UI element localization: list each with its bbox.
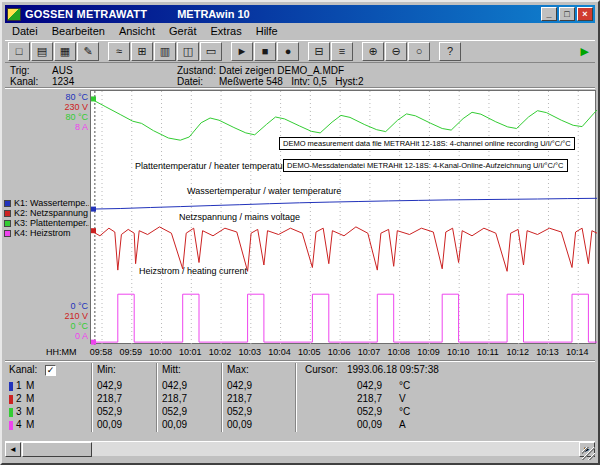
monitor-view-button-icon[interactable]: ▭ <box>200 42 222 61</box>
trig-value: AUS <box>52 65 73 76</box>
x-tick-10-09: 10:09 <box>413 347 443 357</box>
channel-unit: °C <box>399 380 410 391</box>
kanal-label: Kanal: <box>10 76 52 87</box>
channel-table: Kanal: ✓ Min: Mitt: Max: Cursor: 1993.06… <box>5 363 595 432</box>
annotation-box-english: DEMO measurement data file METRAHit 12-1… <box>279 137 575 150</box>
legend-swatch-k3-icon <box>4 220 11 227</box>
menu-item-extras[interactable]: Extras <box>204 24 249 38</box>
toolbar: □▤▦✎≈⊞▥◫▭►■●⊟≡⊕⊖○?▶ <box>5 40 595 63</box>
start-measurement-button-icon[interactable]: ► <box>231 42 253 61</box>
channel-unit: A <box>399 419 406 430</box>
x-tick-10-07: 10:07 <box>354 347 384 357</box>
x-tick-10-08: 10:08 <box>384 347 414 357</box>
plot-area[interactable]: Plattentemperatur / heater temperature W… <box>90 90 596 344</box>
table-row-channel-2[interactable]: 2M218,7218,7218,7218,7V <box>5 393 595 406</box>
resize-grip[interactable] <box>582 447 595 460</box>
toolbar-group: ? <box>439 42 462 61</box>
channel-mode: M <box>26 393 34 404</box>
record-button-icon[interactable]: ● <box>277 42 299 61</box>
zoom-out-button-icon[interactable]: ⊖ <box>385 42 407 61</box>
legend-item-k2: K2: Netzspannung <box>4 208 89 218</box>
zoom-in-button-icon[interactable]: ⊕ <box>362 42 384 61</box>
header-max: Max: <box>227 364 249 375</box>
channel-min-value: 052,9 <box>97 406 122 417</box>
y-axis-min-labels: 0 °C210 V0 °C0 A <box>46 301 88 341</box>
channel-cursor-value: 042,9 <box>357 380 382 391</box>
settings-button-icon[interactable]: ≡ <box>331 42 353 61</box>
legend-label-k1: K1: Wassertempe... <box>14 198 89 208</box>
toolbar-group: ⊕⊖○ <box>362 42 431 61</box>
edit-data-button-icon[interactable]: ✎ <box>77 42 99 61</box>
channel-cursor-value: 052,9 <box>357 406 382 417</box>
menu-item-ansicht[interactable]: Ansicht <box>112 24 162 38</box>
toolbar-group: ⊟≡ <box>308 42 354 61</box>
new-file-button-icon[interactable]: □ <box>8 42 30 61</box>
menu-item-hilfe[interactable]: Hilfe <box>249 24 285 38</box>
legend-item-k4: K4: Heizstrom <box>4 228 89 238</box>
x-axis: HH:MM 09:5809:5910:0010:0110:0210:0310:0… <box>2 347 600 359</box>
channel-min-value: 00,09 <box>97 419 122 430</box>
legend-label-k2: K2: Netzspannung <box>14 208 88 218</box>
title-vendor: GOSSEN METRAWATT <box>25 8 147 20</box>
x-tick-10-05: 10:05 <box>294 347 324 357</box>
table-row-channel-1[interactable]: 1M042,9042,9042,9042,9°C <box>5 380 595 393</box>
legend-label-k4: K4: Heizstrom <box>14 228 71 238</box>
header-min: Min: <box>97 364 116 375</box>
x-tick-10-13: 10:13 <box>532 347 562 357</box>
trace-label-wassertemperatur: Wassertemperatur / water temperature <box>187 186 341 196</box>
trace-k4-heizstrom <box>91 294 597 342</box>
maximize-button[interactable]: □ <box>559 7 575 21</box>
channel-number: 3 <box>16 406 22 417</box>
trace-start-marker-k4-heizstrom <box>91 340 96 345</box>
x-tick-10-01: 10:01 <box>175 347 205 357</box>
status-panel: Trig:AUS Kanal:1234 Zustand:Datei zeigen… <box>5 65 595 87</box>
x-tick-10-11: 10:11 <box>473 347 503 357</box>
channel-mitt-value: 00,09 <box>162 419 187 430</box>
menu-item-bearbeiten[interactable]: Bearbeiten <box>45 24 112 38</box>
channel-number: 1 <box>16 380 22 391</box>
save-file-button-icon[interactable]: ▦ <box>54 42 76 61</box>
close-button[interactable]: × <box>577 7 593 21</box>
stop-measurement-button-icon[interactable]: ■ <box>254 42 276 61</box>
chart-area: 80 °C230 V80 °C8 A 0 °C210 V0 °C0 A K1: … <box>2 88 600 360</box>
split-view-button-icon[interactable]: ◫ <box>177 42 199 61</box>
table-view-button-icon[interactable]: ⊞ <box>131 42 153 61</box>
header-cursor: Cursor: <box>305 364 338 375</box>
app-icon[interactable] <box>7 8 21 21</box>
channel-max-value: 218,7 <box>227 393 252 404</box>
table-row-channel-3[interactable]: 3M052,9052,9052,9052,9°C <box>5 406 595 419</box>
legend-swatch-k2-icon <box>4 210 11 217</box>
channel-number: 4 <box>16 419 22 430</box>
toolbar-group: ≈⊞▥◫▭ <box>108 42 223 61</box>
y-axis-max-k3: 80 °C <box>46 112 88 122</box>
print-button-icon[interactable]: ⊟ <box>308 42 330 61</box>
scrollbar-thumb[interactable] <box>22 442 92 457</box>
channel-mitt-value: 042,9 <box>162 380 187 391</box>
horizontal-scrollbar[interactable]: ◄ ► <box>5 441 595 456</box>
y-axis-max-k4: 8 A <box>46 122 88 132</box>
open-file-button-icon[interactable]: ▤ <box>31 42 53 61</box>
x-tick-10-00: 10:00 <box>146 347 176 357</box>
legend-swatch-k4-icon <box>4 230 11 237</box>
title-bar: GOSSEN METRAWATT METRAwin 10 _ □ × <box>5 5 595 23</box>
trace-label-netzspannung: Netzspannung / mains voltage <box>179 212 300 222</box>
trace-k2-netzspannung <box>91 227 597 271</box>
menu-item-gerät[interactable]: Gerät <box>162 24 204 38</box>
datei-label: Datei: <box>177 76 219 87</box>
minimize-button[interactable]: _ <box>541 7 557 21</box>
zoom-reset-button-icon[interactable]: ○ <box>408 42 430 61</box>
menu-item-datei[interactable]: Datei <box>5 24 45 38</box>
trace-k3-plattentemperatur <box>91 99 597 140</box>
channel-visibility-checkbox[interactable]: ✓ <box>45 365 56 376</box>
channel-3-swatch-icon <box>9 408 13 417</box>
window-controls: _ □ × <box>539 7 593 21</box>
y-axis-max-labels: 80 °C230 V80 °C8 A <box>46 92 88 132</box>
x-tick-10-12: 10:12 <box>503 347 533 357</box>
chart-view-button-icon[interactable]: ≈ <box>108 42 130 61</box>
datei-value: Meßwerte 548 Intv: 0,5 Hyst:2 <box>219 76 364 87</box>
numeric-view-button-icon[interactable]: ▥ <box>154 42 176 61</box>
scroll-left-button[interactable]: ◄ <box>5 442 21 457</box>
table-row-channel-4[interactable]: 4M00,0900,0900,0900,09A <box>5 419 595 432</box>
help-button-icon[interactable]: ? <box>439 42 461 61</box>
x-tick-10-04: 10:04 <box>265 347 295 357</box>
